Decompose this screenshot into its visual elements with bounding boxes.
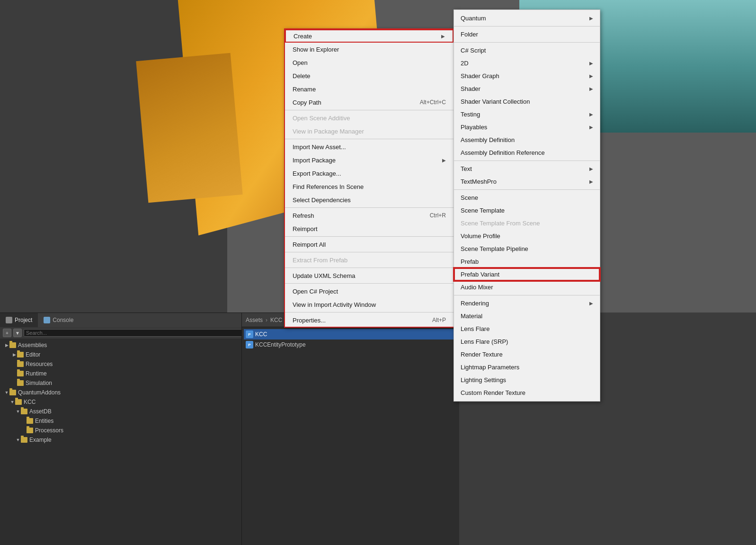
submenu-item-lens-flare[interactable]: Lens Flare bbox=[454, 322, 600, 335]
menu-item-copy-path[interactable]: Copy PathAlt+Ctrl+C bbox=[285, 96, 454, 109]
console-tab-label: Console bbox=[53, 317, 73, 323]
menu-label: Show in Explorer bbox=[293, 46, 339, 53]
submenu-item-textmeshpro[interactable]: TextMeshPro▶ bbox=[454, 175, 600, 188]
prefab-icon: P bbox=[246, 331, 253, 338]
submenu-item-rendering[interactable]: Rendering▶ bbox=[454, 297, 600, 310]
submenu-item-assembly-definition-reference[interactable]: Assembly Definition Reference bbox=[454, 146, 600, 159]
submenu-separator bbox=[454, 26, 600, 27]
menu-item-create[interactable]: Create▶ bbox=[285, 29, 454, 43]
submenu-item-render-texture[interactable]: Render Texture bbox=[454, 348, 600, 361]
submenu-item-text[interactable]: Text▶ bbox=[454, 162, 600, 175]
submenu-label: Shader bbox=[461, 85, 480, 92]
menu-item-import-new-asset...[interactable]: Import New Asset... bbox=[285, 140, 454, 153]
submenu-item-scene-template-pipeline[interactable]: Scene Template Pipeline bbox=[454, 242, 600, 255]
folder-icon bbox=[21, 409, 27, 414]
tree-item[interactable]: ▶Editor bbox=[0, 350, 275, 359]
submenu-label: Rendering bbox=[461, 300, 489, 307]
menu-item-open-c#-project[interactable]: Open C# Project bbox=[285, 285, 454, 298]
menu-item-delete[interactable]: Delete bbox=[285, 69, 454, 82]
menu-item-update-uxml-schema[interactable]: Update UXML Schema bbox=[285, 269, 454, 282]
menu-item-reimport[interactable]: Reimport bbox=[285, 222, 454, 235]
folder-icon bbox=[27, 428, 33, 433]
menu-item-open-scene-additive: Open Scene Additive bbox=[285, 111, 454, 125]
menu-item-import-package[interactable]: Import Package▶ bbox=[285, 153, 454, 167]
submenu-label: Text bbox=[461, 165, 472, 172]
submenu-item-prefab[interactable]: Prefab bbox=[454, 255, 600, 268]
asset-item[interactable]: PKCC bbox=[244, 329, 457, 340]
menu-item-select-dependencies[interactable]: Select Dependencies bbox=[285, 193, 454, 206]
tree-item[interactable]: ▼QuantumAddons bbox=[0, 388, 275, 397]
asset-item[interactable]: PKCCEntityPrototype bbox=[244, 340, 457, 350]
menu-separator bbox=[285, 252, 454, 252]
submenu-item-lightmap-parameters[interactable]: Lightmap Parameters bbox=[454, 361, 600, 374]
breadcrumb-current: KCC bbox=[270, 317, 282, 323]
submenu-item-2d[interactable]: 2D▶ bbox=[454, 57, 600, 70]
menu-label: Find References In Scene bbox=[293, 183, 364, 190]
submenu-item-quantum[interactable]: Quantum▶ bbox=[454, 12, 600, 25]
submenu-label: Scene bbox=[461, 194, 478, 201]
tree-arrow: ▼ bbox=[9, 399, 15, 405]
menu-item-properties...[interactable]: Properties...Alt+P bbox=[285, 313, 454, 327]
tree-item[interactable]: Processors bbox=[0, 426, 275, 435]
submenu-item-custom-render-texture[interactable]: Custom Render Texture bbox=[454, 386, 600, 399]
submenu-item-testing[interactable]: Testing▶ bbox=[454, 108, 600, 121]
menu-item-refresh[interactable]: RefreshCtrl+R bbox=[285, 209, 454, 222]
menu-item-show-in-explorer[interactable]: Show in Explorer bbox=[285, 43, 454, 56]
tree-item[interactable]: Simulation bbox=[0, 378, 275, 388]
submenu-item-volume-profile[interactable]: Volume Profile bbox=[454, 230, 600, 242]
submenu-item-prefab-variant[interactable]: Prefab Variant bbox=[454, 268, 600, 281]
submenu-item-c--script[interactable]: C# Script bbox=[454, 44, 600, 57]
tab-console[interactable]: Console bbox=[38, 313, 79, 327]
tree-item[interactable]: ▼Example bbox=[0, 435, 275, 445]
submenu-item-lighting-settings[interactable]: Lighting Settings bbox=[454, 374, 600, 386]
tree-item-label: AssetDB bbox=[29, 408, 52, 415]
submenu-label: Assembly Definition bbox=[461, 136, 515, 143]
tree-item[interactable]: Runtime bbox=[0, 369, 275, 378]
submenu-item-playables[interactable]: Playables▶ bbox=[454, 121, 600, 134]
submenu-label: Folder bbox=[461, 31, 478, 38]
project-search-input[interactable] bbox=[24, 329, 272, 337]
submenu-item-folder[interactable]: Folder bbox=[454, 28, 600, 41]
menu-item-reimport-all[interactable]: Reimport All bbox=[285, 238, 454, 251]
menu-label: Delete bbox=[293, 72, 311, 80]
submenu-label: Scene Template Pipeline bbox=[461, 245, 528, 252]
submenu-item-scene-template[interactable]: Scene Template bbox=[454, 204, 600, 217]
tree-item[interactable]: ▼KCC bbox=[0, 397, 275, 407]
breadcrumb-sep: › bbox=[266, 317, 267, 323]
menu-item-open[interactable]: Open bbox=[285, 56, 454, 69]
submenu-item-material[interactable]: Material bbox=[454, 310, 600, 322]
folder-icon bbox=[17, 361, 24, 367]
tree-item[interactable]: ▼AssetDB bbox=[0, 407, 275, 416]
submenu-item-scene-template-from-scene: Scene Template From Scene bbox=[454, 217, 600, 230]
submenu-item-lens-flare--srp-[interactable]: Lens Flare (SRP) bbox=[454, 335, 600, 348]
submenu-item-scene[interactable]: Scene bbox=[454, 191, 600, 204]
submenu-label: Lens Flare (SRP) bbox=[461, 338, 508, 345]
folder-icon bbox=[17, 380, 24, 386]
submenu-item-shader-graph[interactable]: Shader Graph▶ bbox=[454, 70, 600, 82]
submenu-item-assembly-definition[interactable]: Assembly Definition bbox=[454, 134, 600, 146]
tree-item[interactable]: Resources bbox=[0, 359, 275, 369]
menu-label: Reimport bbox=[293, 225, 318, 232]
submenu-label: Shader Variant Collection bbox=[461, 98, 530, 105]
tree-item[interactable]: ▶Assemblies bbox=[0, 340, 275, 350]
folder-icon bbox=[17, 371, 24, 376]
submenu-label: Scene Template From Scene bbox=[461, 220, 540, 227]
submenu-item-shader[interactable]: Shader▶ bbox=[454, 82, 600, 95]
menu-item-export-package...[interactable]: Export Package... bbox=[285, 167, 454, 180]
dropdown-button[interactable]: ▼ bbox=[13, 329, 22, 337]
tree-item[interactable]: Entities bbox=[0, 416, 275, 426]
submenu-label: Playables bbox=[461, 124, 487, 131]
add-button[interactable]: + bbox=[3, 329, 11, 337]
submenu-item-audio-mixer[interactable]: Audio Mixer bbox=[454, 281, 600, 294]
menu-separator bbox=[285, 268, 454, 268]
tree-arrow: ▼ bbox=[15, 409, 21, 414]
menu-item-rename[interactable]: Rename bbox=[285, 82, 454, 96]
submenu-item-shader-variant-collection[interactable]: Shader Variant Collection bbox=[454, 95, 600, 108]
submenu-label: Custom Render Texture bbox=[461, 389, 525, 396]
menu-label: Open Scene Additive bbox=[293, 115, 350, 122]
tab-project[interactable]: Project bbox=[0, 313, 38, 327]
menu-item-find-references-in-scene[interactable]: Find References In Scene bbox=[285, 180, 454, 193]
menu-item-view-in-import-activity-window[interactable]: View in Import Activity Window bbox=[285, 298, 454, 311]
submenu-label: C# Script bbox=[461, 47, 486, 54]
console-tab-icon bbox=[44, 317, 50, 323]
